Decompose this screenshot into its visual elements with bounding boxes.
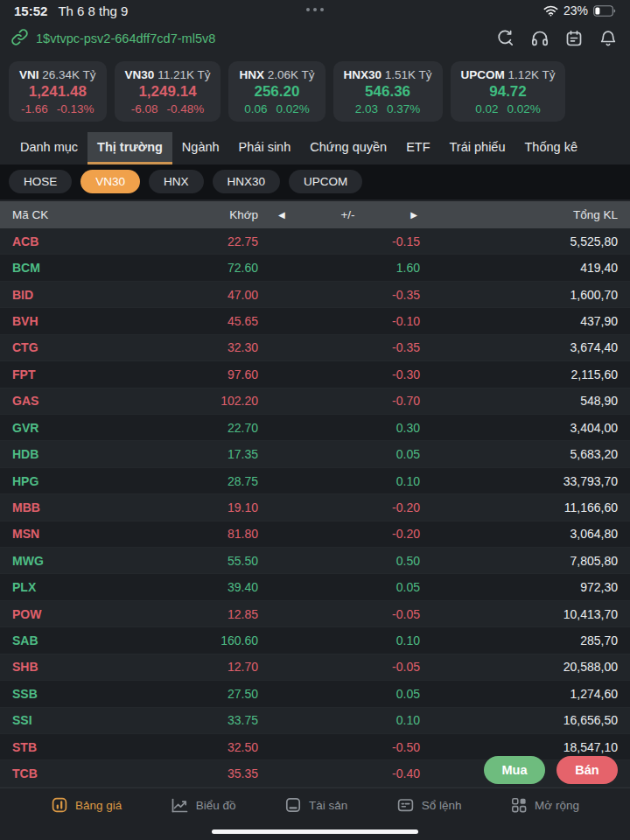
tab[interactable]: ETF [396,132,439,164]
table-header: Mã CK Khớp ◀ +/- ▶ Tổng KL [0,201,630,228]
matched-price: 72.60 [131,261,258,275]
price-change: -0.20 [258,527,420,541]
index-card[interactable]: HNX 2.06K Tỷ 256.20 0.06 0.02% [228,61,325,122]
support-headset-icon[interactable] [530,29,550,48]
tab[interactable]: Danh mục [10,132,88,164]
index-name: HNX30 [344,68,382,81]
table-row[interactable]: GVR 22.70 0.30 3,404,00 [0,415,630,441]
nav-item-expand[interactable]: Mở rộng [510,796,579,814]
table-row[interactable]: SAB 160.60 0.10 285,70 [0,627,630,654]
session-link[interactable]: 1$vtvpc-psv2-664dff7cd7-ml5v8 [10,28,215,49]
index-card[interactable]: VNI 26.34K Tỷ 1,241.48 -1.66 -0.13% [9,61,107,122]
matched-price: 39.40 [131,580,258,594]
notes-icon[interactable] [564,29,584,48]
tab[interactable]: Trái phiếu [440,132,515,164]
stock-symbol: BCM [0,261,131,275]
matched-price: 32.50 [131,740,258,754]
exchange-filter-pill[interactable]: HNX [149,170,204,193]
table-row[interactable]: SSB 27.50 0.05 1,274,60 [0,681,630,707]
table-row[interactable]: SSI 33.75 0.10 16,656,50 [0,708,630,734]
table-row[interactable]: HPG 28.75 0.10 33,793,70 [0,468,630,494]
tab[interactable]: Chứng quyền [300,132,396,164]
index-card[interactable]: VN30 11.21K Tỷ 1,249.14 -6.08 -0.48% [115,61,221,122]
total-volume: 285,70 [420,634,630,648]
refresh-icon[interactable] [496,29,515,48]
index-value: 1,241.48 [19,83,96,101]
exchange-filter-pill[interactable]: UPCOM [289,170,362,193]
stock-symbol: MWG [0,554,131,568]
table-row[interactable]: ACB 22.75 -0.15 5,525,80 [0,228,630,255]
table-row[interactable]: GAS 102.20 -0.70 548,90 [0,388,630,415]
exchange-filter-pill[interactable]: HOSE [9,170,72,193]
table-row[interactable]: HDB 17.35 0.05 5,683,20 [0,441,630,467]
exchange-filter-pill[interactable]: VN30 [80,170,140,193]
price-change: -0.70 [258,394,420,408]
nav-item-chart[interactable]: Biểu đồ [171,796,236,814]
order-book-icon [396,796,415,814]
matched-price: 47.00 [131,288,258,302]
price-change: -0.40 [258,766,420,780]
buy-button[interactable]: Mua [484,756,545,784]
total-volume: 3,674,40 [420,340,630,354]
table-row[interactable]: PLX 39.40 0.05 972,30 [0,574,630,600]
price-change: 0.05 [258,580,420,594]
index-name: VNI [19,68,39,81]
session-id: 1$vtvpc-psv2-664dff7cd7-ml5v8 [36,32,215,46]
table-row[interactable]: SHB 12.70 -0.05 20,588,00 [0,654,630,681]
tab[interactable]: Thống kê [515,132,587,164]
table-row[interactable]: FPT 97.60 -0.30 2,115,60 [0,361,630,388]
total-volume: 16,656,50 [420,713,630,727]
tab[interactable]: Ngành [172,132,229,164]
table-row[interactable]: BVH 45.65 -0.10 437,90 [0,308,630,334]
index-card[interactable]: UPCOM 1.12K Tỷ 94.72 0.02 0.02% [451,61,566,122]
price-change: -0.30 [258,368,420,382]
nav-item-orders[interactable]: Sổ lệnh [396,796,462,814]
tab[interactable]: Thị trường [88,132,172,164]
nav-item-assets[interactable]: Tài sản [284,796,347,814]
table-row[interactable]: MBB 19.10 -0.20 11,166,60 [0,494,630,521]
col-header-price: Khớp [131,208,258,221]
index-name: UPCOM [461,68,505,81]
index-card[interactable]: HNX30 1.51K Tỷ 546.36 2.03 0.37% [333,61,443,122]
notification-bell-icon[interactable] [598,29,618,48]
trade-buttons: Mua Bán [484,756,618,784]
table-row[interactable]: POW 12.85 -0.05 10,413,70 [0,601,630,627]
matched-price: 12.85 [131,607,258,621]
matched-price: 97.60 [131,368,258,382]
matched-price: 32.30 [131,340,258,354]
next-column-arrow-icon[interactable]: ▶ [408,208,420,221]
prev-column-arrow-icon[interactable]: ◀ [276,208,288,221]
stock-symbol: MBB [0,500,131,514]
index-change: -6.08 [131,102,158,116]
matched-price: 19.10 [131,500,258,514]
index-change: 0.02 [475,102,498,116]
trading-app: 15:52 Th 6 8 thg 9 23% [0,0,630,840]
battery-percent: 23% [564,4,588,18]
stock-symbol: PLX [0,580,131,594]
table-row[interactable]: CTG 32.30 -0.35 3,674,40 [0,335,630,361]
price-change: 0.10 [258,474,420,488]
stock-symbol: GVR [0,421,131,435]
index-name: HNX [239,68,264,81]
matched-price: 17.35 [131,447,258,461]
table-row[interactable]: MSN 81.80 -0.20 3,064,80 [0,522,630,548]
table-row[interactable]: BID 47.00 -0.35 1,600,70 [0,282,630,308]
exchange-filter-pill[interactable]: HNX30 [213,170,281,193]
stock-symbol: POW [0,607,131,621]
table-row[interactable]: MWG 55.50 0.50 7,805,80 [0,548,630,574]
index-change-pct: 0.02% [508,102,541,116]
battery-icon [593,5,616,17]
total-volume: 11,166,60 [420,500,630,514]
col-header-change: +/- [340,208,354,221]
sell-button[interactable]: Bán [556,756,618,784]
index-change-pct: -0.48% [167,102,205,116]
col-header-symbol: Mã CK [0,208,131,221]
tab[interactable]: Phái sinh [229,132,301,164]
table-row[interactable]: BCM 72.60 1.60 419,40 [0,255,630,281]
total-volume: 18,547,10 [420,740,630,754]
stock-symbol: STB [0,740,131,754]
home-indicator[interactable] [212,830,418,835]
total-volume: 548,90 [420,394,630,408]
nav-item-price-board[interactable]: Bảng giá [51,796,122,814]
matched-price: 35.35 [131,766,258,780]
